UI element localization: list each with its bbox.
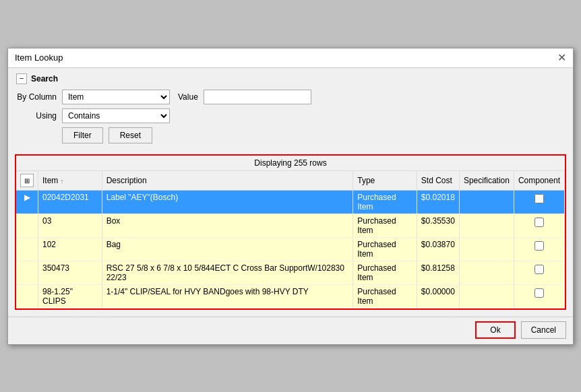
cell-component	[514, 261, 564, 284]
cell-type: Purchased Item	[353, 284, 417, 308]
component-checkbox[interactable]	[534, 288, 544, 298]
col-component[interactable]: Component	[514, 171, 564, 191]
dialog-title: Item Lookup	[15, 53, 63, 63]
cell-std-cost: $0.02018	[417, 190, 459, 214]
col-description[interactable]: Description	[102, 171, 353, 191]
row-indicator	[16, 237, 38, 261]
cell-type: Purchased Item	[353, 214, 417, 237]
by-column-select[interactable]: Item Description Type Std Cost Specifica…	[62, 90, 170, 104]
col-specification[interactable]: Specification	[459, 171, 514, 191]
component-checkbox[interactable]	[534, 194, 544, 203]
filter-buttons-row: Filter Reset	[62, 127, 565, 143]
col-type[interactable]: Type	[353, 171, 417, 191]
cell-specification	[459, 237, 514, 261]
by-column-label: By Column	[16, 92, 57, 102]
sort-arrow-item: ↑	[61, 178, 64, 185]
cell-specification	[459, 190, 514, 214]
cell-specification	[459, 261, 514, 284]
search-section: − Search By Column Item Description Type…	[8, 68, 573, 150]
cell-item: 350473	[38, 261, 102, 284]
table-wrapper[interactable]: ⊞ Item ↑ Description Type Std Cost Speci…	[16, 171, 565, 308]
table-row[interactable]: 102BagPurchased Item$0.03870	[16, 237, 565, 261]
cell-description: 1-1/4" CLIP/SEAL for HVY BANDgoes with 9…	[102, 284, 353, 308]
cell-component	[514, 214, 564, 237]
cell-item: 98-1.25" CLIPS	[38, 284, 102, 308]
row-indicator	[16, 214, 38, 237]
cancel-button[interactable]: Cancel	[521, 321, 566, 339]
search-title: Search	[31, 74, 58, 84]
cell-type: Purchased Item	[353, 261, 417, 284]
cell-component	[514, 284, 564, 308]
component-checkbox[interactable]	[534, 218, 544, 227]
component-checkbox[interactable]	[534, 265, 544, 274]
value-label: Value	[178, 92, 198, 102]
item-lookup-dialog: Item Lookup ✕ − Search By Column Item De…	[7, 48, 574, 345]
cell-type: Purchased Item	[353, 190, 417, 214]
using-label: Using	[16, 111, 57, 121]
cell-description: Label "AEY"(Bosch)	[102, 190, 353, 214]
cell-item: 102	[38, 237, 102, 261]
search-header: − Search	[16, 73, 565, 84]
table-row[interactable]: 98-1.25" CLIPS1-1/4" CLIP/SEAL for HVY B…	[16, 284, 565, 308]
cell-type: Purchased Item	[353, 237, 417, 261]
cell-std-cost: $0.35530	[417, 214, 459, 237]
col-std-cost[interactable]: Std Cost	[417, 171, 459, 191]
cell-std-cost: $0.81258	[417, 261, 459, 284]
table-row[interactable]: 03BoxPurchased Item$0.35530	[16, 214, 565, 237]
cell-description: RSC 27 5/8 x 6 7/8 x 10 5/844ECT C Cross…	[102, 261, 353, 284]
table-header-row: ⊞ Item ↑ Description Type Std Cost Speci…	[16, 171, 565, 191]
col-item[interactable]: Item ↑	[38, 171, 102, 191]
row-indicator: ▶	[16, 190, 38, 214]
grid-container: Displaying 255 rows ⊞ Item ↑ Description…	[15, 154, 566, 310]
cell-item: 03	[38, 214, 102, 237]
row-indicator	[16, 261, 38, 284]
dialog-footer: Ok Cancel	[8, 317, 573, 344]
by-column-row: By Column Item Description Type Std Cost…	[16, 90, 565, 104]
ok-button[interactable]: Ok	[475, 321, 515, 339]
cell-description: Bag	[102, 237, 353, 261]
cell-specification	[459, 214, 514, 237]
row-indicator	[16, 284, 38, 308]
data-table: ⊞ Item ↑ Description Type Std Cost Speci…	[16, 171, 565, 308]
grid-icon: ⊞	[20, 174, 34, 187]
close-button[interactable]: ✕	[557, 53, 566, 63]
cell-component	[514, 237, 564, 261]
cell-std-cost: $0.00000	[417, 284, 459, 308]
row-count: Displaying 255 rows	[16, 156, 565, 171]
value-input[interactable]	[204, 90, 311, 104]
using-select[interactable]: Contains Starts With Equals	[62, 108, 170, 123]
table-row[interactable]: 350473RSC 27 5/8 x 6 7/8 x 10 5/844ECT C…	[16, 261, 565, 284]
cell-description: Box	[102, 214, 353, 237]
cell-specification	[459, 284, 514, 308]
component-checkbox[interactable]	[534, 241, 544, 251]
using-row: Using Contains Starts With Equals	[16, 108, 565, 123]
title-bar: Item Lookup ✕	[8, 48, 573, 68]
collapse-button[interactable]: −	[16, 73, 27, 84]
cell-std-cost: $0.03870	[417, 237, 459, 261]
col-indicator: ⊞	[16, 171, 38, 191]
filter-button[interactable]: Filter	[62, 127, 103, 143]
table-row[interactable]: ▶02042D2031Label "AEY"(Bosch)Purchased I…	[16, 190, 565, 214]
cell-component	[514, 190, 564, 214]
reset-button[interactable]: Reset	[109, 127, 152, 143]
cell-item: 02042D2031	[38, 190, 102, 214]
